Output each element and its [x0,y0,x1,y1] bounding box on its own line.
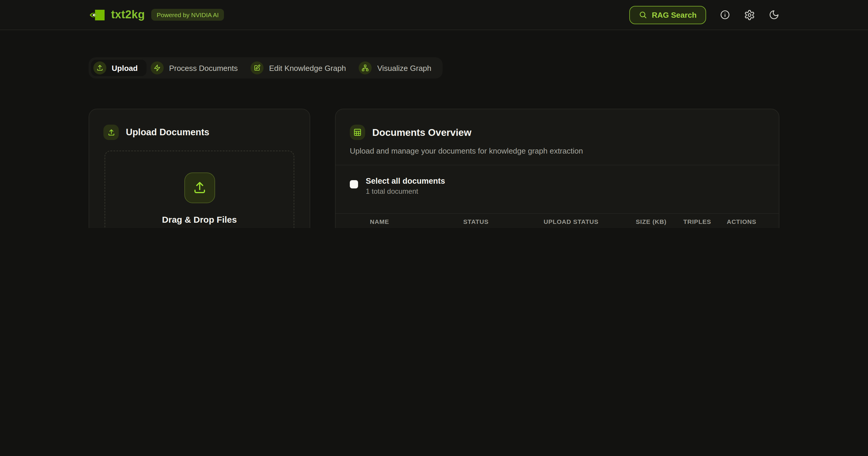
tab-label: Visualize Graph [377,64,431,72]
network-icon [359,61,372,74]
total-documents-label: 1 total document [366,187,445,196]
tab-edit-knowledge-graph[interactable]: Edit Knowledge Graph [248,60,355,76]
upload-icon [103,125,119,140]
search-icon [639,11,647,19]
left-column: Upload Documents Drag & Drop Files or br… [89,109,310,228]
upload-tray-icon[interactable] [184,172,215,203]
rag-search-label: RAG Search [652,10,696,19]
select-all-label: Select all documents [366,176,445,186]
gear-icon [744,9,755,21]
select-all-row: Select all documents 1 total document [336,165,779,196]
column-size: SIZE (KB) [626,218,676,225]
moon-icon [769,9,779,20]
app-root: txt2kg Powered by NVIDIA AI RAG Search [0,0,868,228]
documents-overview-card: Documents Overview Upload and manage you… [335,109,779,228]
main-content: Upload Documents Drag & Drop Files or br… [89,109,779,228]
tab-upload[interactable]: Upload [91,60,147,76]
top-navbar: txt2kg Powered by NVIDIA AI RAG Search [0,0,868,30]
tab-label: Process Documents [169,64,238,72]
tab-visualize-graph[interactable]: Visualize Graph [356,60,440,76]
select-all-checkbox[interactable] [350,180,358,188]
navbar-actions: RAG Search [629,6,779,24]
column-upload-status: UPLOAD STATUS [544,218,626,225]
zap-icon [151,61,164,74]
documents-card-header: Documents Overview [336,109,779,140]
dropzone[interactable]: Drag & Drop Files or browse files .md, .… [104,151,294,228]
upload-icon [93,61,106,74]
documents-card-title: Documents Overview [372,127,471,138]
tab-label: Upload [112,64,138,72]
upload-documents-card: Upload Documents Drag & Drop Files or br… [89,109,310,228]
workflow-tabbar: Upload Process Documents Edit Knowledge … [89,57,442,78]
right-column: Documents Overview Upload and manage you… [335,109,779,228]
documents-table-header: NAME STATUS UPLOAD STATUS SIZE (KB) TRIP… [336,213,779,228]
info-icon [720,9,730,20]
tab-process-documents[interactable]: Process Documents [148,60,247,76]
column-actions: ACTIONS [718,218,765,225]
info-button[interactable] [720,9,730,20]
upload-card-title: Upload Documents [126,127,209,138]
theme-toggle-button[interactable] [769,9,779,20]
documents-card-subtitle: Upload and manage your documents for kno… [336,146,779,155]
app-title: txt2kg [111,8,145,21]
rag-search-button[interactable]: RAG Search [629,6,706,24]
table-icon [350,125,365,140]
powered-by-badge: Powered by NVIDIA AI [151,9,224,21]
edit-square-icon [251,61,264,74]
brand-group: txt2kg Powered by NVIDIA AI [89,8,224,21]
column-status: STATUS [463,218,544,225]
dropzone-heading: Drag & Drop Files [114,215,285,224]
tab-label: Edit Knowledge Graph [269,64,346,72]
select-all-text: Select all documents 1 total document [366,176,445,196]
settings-button[interactable] [744,9,755,21]
upload-card-header: Upload Documents [89,109,310,140]
column-name: NAME [370,218,463,225]
column-triples: TRIPLES [676,218,718,225]
nvidia-logo-icon [89,9,104,21]
